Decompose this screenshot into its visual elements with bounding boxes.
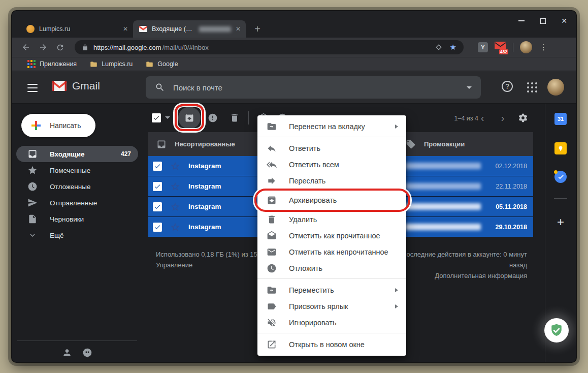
delete-button[interactable] [223,107,246,129]
sidebar-item-send[interactable]: Отправленные [16,195,138,211]
activity-details-link[interactable]: Дополнительная информация [402,270,527,281]
menu-item-forward[interactable]: Переслать [257,173,406,189]
email-sender: Instagram [188,203,221,210]
screenshot-root: Lumpics.ru✕Входящие (427) -✕+ ✕ https://… [0,0,588,373]
settings-gear-icon[interactable] [518,113,528,123]
search-options-caret-icon[interactable] [467,86,472,89]
activity-line1: Последние действия в аккаунте: 0 минут [402,249,527,260]
menu-item-trash[interactable]: Удалить [257,211,406,228]
reload-icon[interactable] [56,43,64,52]
menu-item-label: Отметить как прочитанное [289,232,380,240]
minimize-button[interactable] [518,17,525,24]
older-page-icon[interactable]: › [496,111,510,125]
window-controls: ✕ [518,15,568,26]
back-icon[interactable] [21,43,30,52]
menu-item-open-new[interactable]: Открыть в новом окне [257,336,406,353]
browser-tab-2[interactable]: Входящие (427) -✕ [133,20,246,38]
y-extension-icon[interactable]: Y [478,42,488,52]
lumpics-favicon [26,25,35,33]
menu-item-mute[interactable]: Игнорировать [257,315,406,331]
mail-extension-icon[interactable]: 432 [495,42,506,53]
gmail-logo: Gmail [52,80,100,92]
select-options-caret-icon[interactable] [165,116,170,119]
newer-page-icon[interactable]: ‹ [475,111,489,125]
forward-icon[interactable] [39,43,48,52]
browser-menu-icon[interactable]: ⋮ [540,43,547,52]
category-tab-promotions[interactable]: Промоакции [406,132,465,156]
adguard-shield-button[interactable] [544,318,569,343]
address-bar[interactable]: https://mail.google.com /mail/u/0/#inbox… [75,40,464,54]
menu-item-reply-all[interactable]: Ответить всем [257,157,406,173]
browser-tab-1[interactable]: Lumpics.ru✕ [20,20,133,38]
menu-item-folder-move[interactable]: Переместить [257,282,406,298]
email-date: 29.10.2018 [495,224,527,231]
menu-item-mail-unread[interactable]: Отметить как непрочитанное [257,244,406,260]
sidebar-item-inbox[interactable]: Входящие427 [16,146,138,162]
row-checkbox[interactable] [153,202,162,211]
compose-button[interactable]: Написать [21,114,95,137]
search-box[interactable]: Поиск в почте [146,76,481,99]
folder-icon [90,60,97,68]
sidebar-item-star[interactable]: Помеченные [16,162,138,178]
star-icon[interactable] [170,202,180,212]
calendar-icon[interactable]: 31 [554,113,567,125]
star-icon[interactable] [170,222,180,232]
menu-item-mail-read[interactable]: Отметить как прочитанное [257,228,406,244]
draft-icon [27,214,38,224]
menu-item-clock[interactable]: Отложить [257,260,406,276]
menu-separator [257,137,406,137]
bookmark-item[interactable]: Приложения [27,60,77,68]
tab-close-icon[interactable]: ✕ [236,25,241,33]
email-date: 02.12.2018 [495,163,527,170]
report-spam-button[interactable] [202,107,224,129]
hamburger-menu-icon[interactable] [27,84,38,95]
row-checkbox[interactable] [153,182,162,191]
get-addons-plus-icon[interactable]: + [557,215,564,229]
search-icon[interactable] [155,82,165,92]
menu-item-label: Ответить [289,144,320,152]
select-all-checkbox[interactable] [152,113,161,122]
menu-item-label: Удалить [289,215,317,224]
menu-item-folder-move[interactable]: Перенести на вкладку [257,118,406,135]
bookmark-star-icon[interactable]: ★ [450,43,456,52]
sidebar-item-label: Отправленные [50,199,97,207]
row-checkbox[interactable] [153,162,162,171]
sidebar-item-clock[interactable]: Отложенные [16,178,138,195]
keep-icon[interactable] [554,142,567,154]
google-apps-icon[interactable] [527,82,537,92]
gmail-profile-avatar[interactable] [547,79,564,96]
maximize-button[interactable] [539,17,546,24]
row-checkbox[interactable] [153,223,162,232]
browser-profile-avatar[interactable] [520,41,532,53]
close-button[interactable]: ✕ [561,17,568,24]
category-tab-primary[interactable]: Несортированные [156,132,235,156]
menu-item-archive[interactable]: Архивировать [257,189,406,211]
mail-read-icon [267,231,277,241]
menu-item-reply[interactable]: Ответить [257,140,406,157]
archive-button[interactable] [178,107,201,129]
hangouts-icon[interactable] [82,348,92,358]
mute-icon [267,318,277,328]
menu-item-label[interactable]: Присвоить ярлык [257,298,406,315]
new-tab-button[interactable]: + [250,20,265,38]
menu-item-label: Присвоить ярлык [289,302,348,310]
help-icon[interactable]: ? [502,81,513,92]
contacts-icon[interactable] [62,348,72,358]
sidebar-item-chevron-down[interactable]: Ещё [16,227,138,243]
navigation-toolbar: https://mail.google.com /mail/u/0/#inbox… [12,38,576,57]
star-icon[interactable] [170,161,180,171]
tasks-icon[interactable] [554,171,567,183]
storage-manage-link[interactable]: Управление [156,260,267,270]
star-icon[interactable] [170,181,180,192]
clock-icon [27,181,38,192]
bookmark-item[interactable]: Google [146,60,178,68]
folder-move-icon [267,121,277,132]
sidebar-item-draft[interactable]: Черновики [16,211,138,227]
toolbar-divider [248,111,249,125]
menu-item-label: Ответить всем [289,161,339,169]
bookmark-item[interactable]: Lumpics.ru [90,60,133,68]
send-to-device-icon[interactable] [435,43,443,51]
url-path: /mail/u/0/#inbox [162,44,209,51]
tab-close-icon[interactable]: ✕ [123,25,128,33]
apps-grid-icon [27,60,36,68]
